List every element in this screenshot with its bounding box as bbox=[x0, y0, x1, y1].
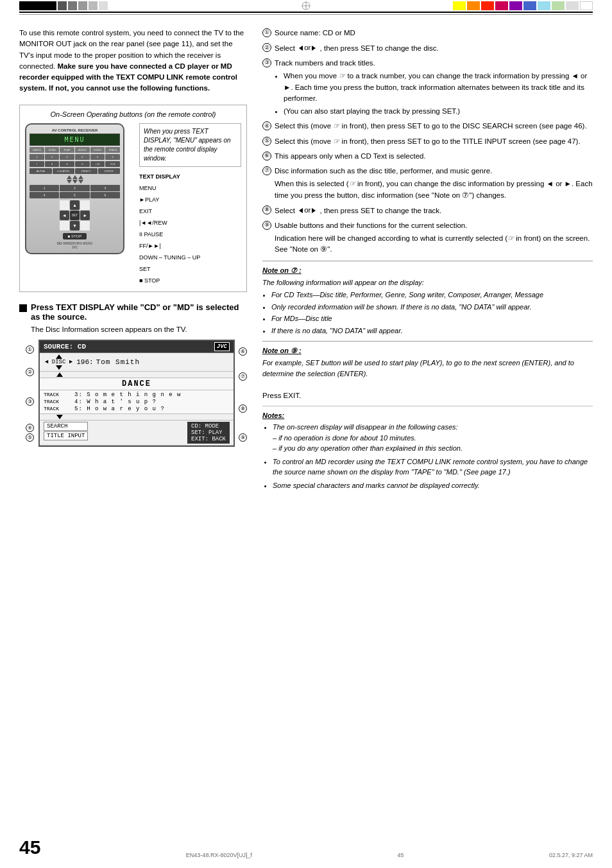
divider-1 bbox=[262, 261, 593, 261]
search-btn[interactable]: SEARCH bbox=[44, 422, 88, 431]
color-block-red bbox=[481, 1, 494, 10]
transport-area bbox=[30, 175, 120, 184]
ann-circle-8: ⑧ bbox=[239, 404, 247, 413]
item-7: ⑦ Disc information such as the disc titl… bbox=[262, 166, 593, 201]
item-3-sub-2: (You can also start playing the track by… bbox=[284, 106, 593, 117]
note9-title: Note on ⑨ : bbox=[262, 347, 593, 355]
btn-categ: CATEG bbox=[30, 147, 44, 153]
track-rows: TRACK 3: S o m e t h i n g n e w TRACK 4… bbox=[40, 390, 234, 414]
down-arrow-row bbox=[67, 180, 83, 184]
circle-5: ⑤ bbox=[262, 137, 271, 146]
top-bar-center bbox=[167, 0, 445, 12]
intro-text: To use this remote control system, you n… bbox=[19, 28, 247, 94]
gray-bar-3 bbox=[78, 1, 87, 10]
notes-item-2: To control an MD recorder using the TEXT… bbox=[273, 456, 593, 478]
notes-bottom-list: The on-screen display will disappear in … bbox=[262, 422, 593, 490]
btn-tuning-label: DOWN – TUNING – UP bbox=[139, 252, 241, 263]
title-input-btn[interactable]: TITLE INPUT bbox=[44, 431, 88, 440]
footer-right: 02.5.27, 9:27 AM bbox=[549, 852, 593, 858]
circle-3: ③ bbox=[262, 58, 271, 67]
search-title-row: SEARCH TITLE INPUT CD: MODE SET: PLAY EX… bbox=[40, 421, 234, 446]
color-block-orange bbox=[467, 1, 480, 10]
circle-6: ⑥ bbox=[262, 152, 271, 161]
disc-screen-box: SOURCE: CD JVC ◄ DISC ► 196: Tom Smith bbox=[38, 340, 235, 447]
gray-bar-4 bbox=[89, 1, 98, 10]
item-7-main: Disc information such as the disc title,… bbox=[275, 166, 593, 177]
circle-8: ⑧ bbox=[262, 205, 271, 214]
select-word: Select bbox=[275, 44, 295, 52]
jvc-logo: JVC bbox=[214, 342, 230, 351]
left-arrow-2 bbox=[299, 46, 303, 51]
nav-up-btn[interactable]: ▲ bbox=[70, 200, 80, 210]
track-3-label: TRACK bbox=[44, 406, 71, 412]
nav-set-btn[interactable]: SET bbox=[70, 211, 80, 220]
nav-pad-empty-tl bbox=[60, 200, 69, 210]
remote-brand-label: JVC bbox=[30, 245, 120, 249]
item-6: ⑥ This appears only when a CD Text is se… bbox=[262, 151, 593, 162]
btn-text-display-label: TEXT DISPLAY bbox=[139, 171, 241, 182]
note7-item-1: For CD Texts—Disc title, Performer, Genr… bbox=[271, 290, 593, 300]
gray-bar-2 bbox=[68, 1, 77, 10]
footer-center: 45 bbox=[397, 852, 404, 858]
cd-mode-line: CD: MODE bbox=[191, 423, 226, 430]
item-8: ⑧ Select or , then press SET to change t… bbox=[262, 205, 593, 216]
color-block-green bbox=[552, 1, 565, 10]
note7-content: The following information will appear on… bbox=[262, 277, 593, 336]
remote-btn-grid-4: ALPHA LOCATOR DIRECT ENTER bbox=[30, 168, 120, 174]
item-4: ④ Select this (move ☞ in front), then pr… bbox=[262, 121, 593, 132]
track-3-text: 5: H o w a r e y o u ? bbox=[74, 406, 165, 412]
notes-bottom-title: Notes: bbox=[262, 412, 593, 419]
nav-left-btn[interactable]: ◄ bbox=[60, 211, 69, 220]
nav-right-btn[interactable]: ► bbox=[80, 211, 90, 220]
circle-1: ① bbox=[262, 28, 271, 37]
source-text: SOURCE: CD bbox=[44, 343, 86, 351]
note7-item-3: For MDs—Disc title bbox=[271, 313, 593, 324]
divider-2 bbox=[262, 341, 593, 342]
main-content: To use this remote control system, you n… bbox=[0, 15, 612, 490]
gray-bar-5 bbox=[99, 1, 108, 10]
arrow-buttons-2: or bbox=[299, 42, 316, 53]
press-exit-text: Press EXIT. bbox=[262, 392, 593, 399]
top-bar-right bbox=[445, 0, 612, 12]
intro-bold-text: Make sure you have connected a CD player… bbox=[19, 62, 237, 92]
nav-down-btn[interactable]: ▼ bbox=[70, 221, 80, 230]
left-annotations: ① ② ③ ④ ⑤ bbox=[26, 340, 38, 447]
notes-bottom-content: The on-screen display will disappear in … bbox=[262, 422, 593, 490]
track-3-row: TRACK 5: H o w a r e y o u ? bbox=[44, 406, 230, 412]
btn-ff-label: FF/►►| bbox=[139, 240, 241, 252]
tri-up-1 bbox=[67, 175, 72, 179]
remote-btn-grid-3: 7 8 9 0 +10 CLR bbox=[30, 161, 120, 167]
item-3-sub-list: When you move ☞ to a track number, you c… bbox=[275, 71, 593, 117]
np-1: 1 bbox=[30, 185, 59, 191]
ann-circle-2: ② bbox=[26, 368, 34, 376]
note9-text: For example, SET button will be used to … bbox=[262, 358, 593, 379]
np-5: 5 bbox=[60, 192, 89, 198]
remote-btn-grid-2: 1 2 3 4 5 6 bbox=[30, 154, 120, 160]
ann-r-6: ⑥ bbox=[239, 344, 247, 358]
btn-7: 7 bbox=[30, 161, 44, 167]
ann-circle-6: ⑥ bbox=[239, 347, 247, 356]
note7-item-2: Only recorded information will be shown.… bbox=[271, 302, 593, 313]
section-bullet bbox=[19, 304, 27, 312]
up-down-arrows: ◄ DISC ► bbox=[44, 354, 74, 370]
track-2-label: TRACK bbox=[44, 399, 71, 405]
btn-1: 1 bbox=[30, 154, 44, 160]
set-play-line: SET: PLAY bbox=[191, 430, 226, 436]
btn-alpha: ALPHA bbox=[30, 168, 52, 174]
cursor-icon-3a: ☞ bbox=[339, 72, 345, 80]
ann-4-5: ④ ⑤ bbox=[26, 424, 35, 442]
btn-4: 4 bbox=[75, 154, 90, 160]
btn-8: 8 bbox=[45, 161, 60, 167]
disc-num: 196: bbox=[76, 358, 93, 366]
left-column: To use this remote control system, you n… bbox=[19, 28, 247, 490]
item-9-extra: Indication here will be changed accordin… bbox=[275, 233, 593, 256]
nav-pad: ▲ ◄ SET ► ▼ bbox=[60, 200, 90, 231]
stop-button[interactable]: ■ STOP bbox=[63, 233, 87, 239]
ann-circle-5: ⑤ bbox=[26, 433, 34, 442]
ann-circle-9: ⑨ bbox=[239, 433, 247, 442]
up-arrows bbox=[67, 175, 83, 184]
title-up-arrow bbox=[56, 372, 63, 377]
right-annotations: ⑥ ⑦ ⑧ ⑨ bbox=[235, 340, 247, 447]
btn-audio: AUDIO bbox=[75, 147, 90, 153]
ann-4-5-inner: ④ ⑤ bbox=[26, 424, 34, 442]
